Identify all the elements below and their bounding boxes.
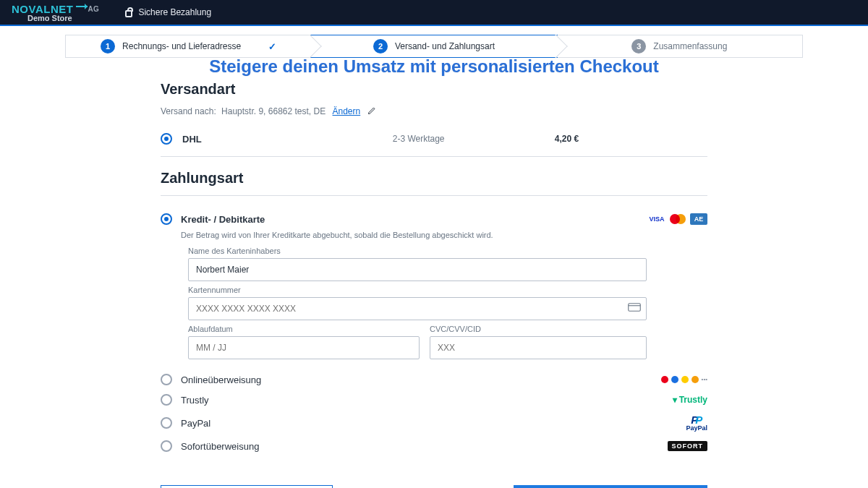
ship-to-label: Versand nach: xyxy=(161,106,216,116)
payment-name: Trustly xyxy=(181,395,209,406)
change-address-link[interactable]: Ändern xyxy=(333,106,361,116)
expiry-label: Ablaufdatum xyxy=(188,325,420,333)
radio-icon[interactable] xyxy=(161,440,172,452)
secure-indicator: Sichere Bezahlung xyxy=(125,7,211,17)
back-button[interactable]: Zurück xyxy=(161,485,333,488)
step-label: Rechnungs- und Lieferadresse xyxy=(122,41,241,51)
paypal-word: PayPal xyxy=(686,425,707,432)
top-bar: NOVALNETAG Demo Store Sichere Bezahlung xyxy=(0,0,868,26)
payment-name: PayPal xyxy=(181,418,210,429)
promo-headline: Steigere deinen Umsatz mit personalisier… xyxy=(65,56,803,77)
cvc-input[interactable] xyxy=(430,336,647,359)
credit-card-icon xyxy=(628,302,641,314)
payment-option-paypal[interactable]: PayPal PPPayPal xyxy=(161,410,707,436)
paypal-logo: PPPayPal xyxy=(686,414,707,432)
brand-arrow-icon xyxy=(76,6,88,7)
check-icon: ✓ xyxy=(268,41,276,52)
ship-to-line: Versand nach: Hauptstr. 9, 66862 test, D… xyxy=(161,106,707,117)
radio-icon[interactable] xyxy=(161,394,172,406)
shipping-title: Versandart xyxy=(161,81,707,98)
radio-selected-icon[interactable] xyxy=(161,133,172,145)
divider xyxy=(161,195,707,196)
divider xyxy=(161,156,707,157)
bank-chips: ••• xyxy=(661,376,707,383)
trustly-logo: Trustly xyxy=(673,395,707,405)
brand-logo: NOVALNETAG Demo Store xyxy=(12,3,99,22)
step-address[interactable]: 1 Rechnungs- und Lieferadresse ✓ xyxy=(66,35,311,57)
payment-title: Zahlungsart xyxy=(161,170,707,187)
payment-name: Kredit- / Debitkarte xyxy=(181,214,265,225)
step-label: Versand- und Zahlungsart xyxy=(395,41,495,51)
amex-icon: AE xyxy=(690,213,707,225)
checkout-stepper: 1 Rechnungs- und Lieferadresse ✓ 2 Versa… xyxy=(65,35,803,58)
holder-label: Name des Karteninhabers xyxy=(188,247,647,255)
mastercard-icon xyxy=(670,214,686,224)
payment-note: Der Betrag wird von Ihrer Kreditkarte ab… xyxy=(181,231,707,239)
step-number: 2 xyxy=(373,39,388,53)
step-shipping-payment[interactable]: 2 Versand- und Zahlungsart xyxy=(310,35,557,58)
step-number: 1 xyxy=(101,39,115,53)
shipping-name: DHL xyxy=(182,134,202,145)
edit-icon[interactable] xyxy=(367,106,376,117)
brand-name: NOVALNET xyxy=(12,3,73,15)
shipping-eta: 2-3 Werktage xyxy=(393,134,480,144)
visa-icon: VISA xyxy=(648,213,665,225)
svg-rect-0 xyxy=(629,304,641,312)
shipping-price: 4,20 € xyxy=(555,134,642,144)
secure-label: Sichere Bezahlung xyxy=(138,7,211,17)
step-number: 3 xyxy=(631,39,646,53)
payment-option-trustly[interactable]: Trustly Trustly xyxy=(161,390,707,410)
cardholder-input[interactable] xyxy=(188,258,647,281)
expiry-input[interactable] xyxy=(188,336,420,359)
payment-option-card[interactable]: Kredit- / Debitkarte VISA AE xyxy=(161,209,707,229)
step-label: Zusammenfassung xyxy=(653,41,727,51)
sofort-logo: SOFORT xyxy=(668,441,708,451)
card-form: Name des Karteninhabers Kartennummer Abl… xyxy=(188,247,707,359)
card-brands: VISA AE xyxy=(648,213,707,225)
cvc-label: CVC/CVV/CID xyxy=(430,325,647,333)
payment-option-sofort[interactable]: Sofortüberweisung SOFORT xyxy=(161,436,707,456)
radio-icon[interactable] xyxy=(161,417,172,429)
cardnumber-input[interactable] xyxy=(188,297,647,320)
next-button[interactable]: Weiter xyxy=(514,485,707,488)
radio-selected-icon[interactable] xyxy=(161,213,172,225)
promo-text: Steigere deinen Umsatz mit personalisier… xyxy=(209,56,659,76)
form-actions: Zurück Weiter xyxy=(161,485,707,488)
step-summary[interactable]: 3 Zusammenfassung xyxy=(557,35,802,57)
number-label: Kartennummer xyxy=(188,286,647,294)
payment-option-online[interactable]: Onlineüberweisung ••• xyxy=(161,369,707,390)
payment-name: Onlineüberweisung xyxy=(181,374,261,385)
ship-to-address: Hauptstr. 9, 66862 test, DE xyxy=(221,106,326,116)
payment-name: Sofortüberweisung xyxy=(181,441,259,452)
radio-icon[interactable] xyxy=(161,374,172,385)
lock-icon xyxy=(125,10,132,17)
shipping-option-dhl[interactable]: DHL 2-3 Werktage 4,20 € xyxy=(161,127,707,150)
